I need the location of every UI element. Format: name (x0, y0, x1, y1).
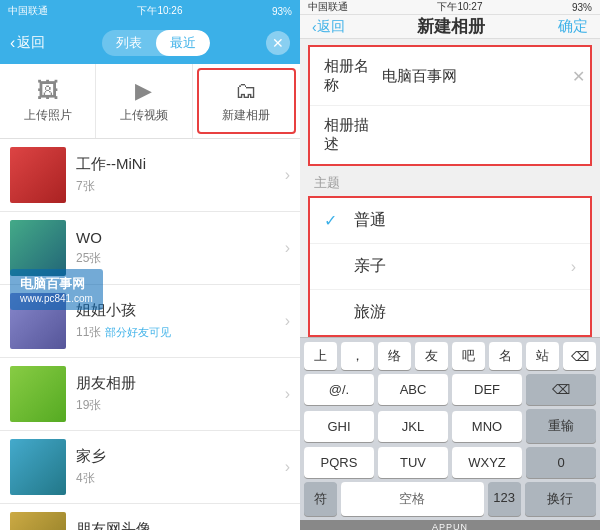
kb-suggest-3[interactable]: 友 (415, 342, 448, 370)
left-time: 下午10:26 (137, 4, 182, 18)
album-item[interactable]: WO 25张 › (0, 212, 300, 285)
theme-check-icon: ✓ (324, 211, 344, 230)
kb-space-button[interactable]: 空格 (341, 482, 483, 516)
keyboard-row-2: GHI JKL MNO 重输 (304, 409, 596, 443)
keyboard-suggestion-row: 上 ， 络 友 吧 名 站 ⌫ (300, 338, 600, 370)
theme-row-parent-child[interactable]: ✓ 亲子 › (310, 244, 590, 290)
back-arrow-icon: ‹ (10, 34, 15, 52)
right-nav-bar: ‹ 返回 新建相册 确定 (300, 15, 600, 39)
form-section: 相册名称 ✕ 相册描述 (308, 45, 592, 166)
kb-key-def[interactable]: DEF (452, 374, 522, 405)
theme-row-travel[interactable]: ✓ 旅游 (310, 290, 590, 335)
album-thumbnail (10, 366, 66, 422)
right-nav-title: 新建相册 (417, 15, 485, 38)
right-back-button[interactable]: ‹ 返回 (312, 18, 345, 36)
album-arrow-icon: › (285, 458, 290, 476)
left-status-bar: 中国联通 下午10:26 93% (0, 0, 300, 22)
album-arrow-icon: › (285, 385, 290, 403)
kb-suggest-2[interactable]: 络 (378, 342, 411, 370)
left-toolbar: 🖼 上传照片 ▶ 上传视频 🗂 新建相册 (0, 64, 300, 139)
kb-suggest-5[interactable]: 名 (489, 342, 522, 370)
new-album-icon: 🗂 (235, 78, 257, 104)
album-thumbnail (10, 220, 66, 276)
kb-key-abc[interactable]: ABC (378, 374, 448, 405)
album-arrow-icon: › (285, 239, 290, 257)
kb-delete-row1[interactable]: ⌫ (526, 374, 596, 405)
kb-suggest-1[interactable]: ， (341, 342, 374, 370)
kb-key-pqrs[interactable]: PQRS (304, 447, 374, 478)
theme-section: ✓ 普通 ✓ 亲子 › ✓ 旅游 (308, 196, 592, 337)
keyboard: 上 ， 络 友 吧 名 站 ⌫ @/. ABC DEF ⌫ GHI JKL MN… (300, 337, 600, 520)
keyboard-row-1: @/. ABC DEF ⌫ (304, 374, 596, 405)
left-battery: 93% (272, 6, 292, 17)
keyboard-row-3: PQRS TUV WXYZ 0 (304, 447, 596, 478)
album-info: 朋友相册 19张 (76, 374, 285, 414)
album-name-row: 相册名称 ✕ (310, 47, 590, 106)
upload-video-icon: ▶ (135, 78, 152, 104)
left-nav-tabs: 列表 最近 (102, 30, 210, 56)
right-status-bar: 中国联通 下午10:27 93% (300, 0, 600, 15)
album-list: 电脑百事网 www.pc841.com 工作--MiNi 7张 › WO 25张… (0, 139, 300, 530)
album-item[interactable]: 朋友相册 19张 › (0, 358, 300, 431)
kb-suggest-0[interactable]: 上 (304, 342, 337, 370)
right-time: 下午10:27 (437, 0, 482, 14)
upload-photo-button[interactable]: 🖼 上传照片 (0, 64, 96, 138)
theme-section-label: 主题 (300, 166, 600, 196)
theme-arrow-icon: › (571, 258, 576, 276)
kb-suggest-6[interactable]: 站 (526, 342, 559, 370)
keyboard-bottom-row: 符 空格 123 换行 (300, 482, 600, 520)
kb-return-button[interactable]: 换行 (525, 482, 596, 516)
left-back-button[interactable]: ‹ 返回 (10, 34, 45, 52)
album-item[interactable]: 朋友网头像 0张 › (0, 504, 300, 530)
kb-symbol-button[interactable]: 符 (304, 482, 337, 516)
left-close-button[interactable]: ✕ (266, 31, 290, 55)
album-thumbnail (10, 512, 66, 530)
upload-photo-icon: 🖼 (37, 78, 59, 104)
kb-key-jkl[interactable]: JKL (378, 411, 448, 442)
left-panel: 中国联通 下午10:26 93% ‹ 返回 列表 最近 ✕ 🖼 上传照片 ▶ 上… (0, 0, 300, 530)
right-battery: 93% (572, 2, 592, 13)
kb-suggest-4[interactable]: 吧 (452, 342, 485, 370)
theme-uncheck-icon2: ✓ (324, 303, 344, 322)
right-panel: 中国联通 下午10:27 93% ‹ 返回 新建相册 确定 相册名称 ✕ 相册描… (300, 0, 600, 530)
kb-key-at[interactable]: @/. (304, 374, 374, 405)
album-name-input[interactable] (382, 68, 572, 85)
album-item[interactable]: 工作--MiNi 7张 › (0, 139, 300, 212)
kb-delete-button[interactable]: ⌫ (563, 342, 596, 370)
album-item[interactable]: 家乡 4张 › (0, 431, 300, 504)
album-info: 工作--MiNi 7张 (76, 155, 285, 195)
album-info: 朋友网头像 0张 (76, 520, 285, 530)
album-thumbnail (10, 293, 66, 349)
album-arrow-icon: › (285, 312, 290, 330)
left-carrier: 中国联通 (8, 4, 48, 18)
theme-row-normal[interactable]: ✓ 普通 (310, 198, 590, 244)
kb-key-ghi[interactable]: GHI (304, 411, 374, 442)
left-nav-bar: ‹ 返回 列表 最近 ✕ (0, 22, 300, 64)
theme-uncheck-icon: ✓ (324, 257, 344, 276)
new-album-button[interactable]: 🗂 新建相册 (197, 68, 296, 134)
kb-key-mno[interactable]: MNO (452, 411, 522, 442)
album-desc-input[interactable] (382, 127, 576, 144)
appun-badge: APPUN (300, 520, 600, 530)
album-item[interactable]: 姐姐小孩 11张 部分好友可见 › (0, 285, 300, 358)
kb-reset-button[interactable]: 重输 (526, 409, 596, 443)
album-arrow-icon: › (285, 166, 290, 184)
right-confirm-button[interactable]: 确定 (558, 17, 588, 36)
kb-key-wxyz[interactable]: WXYZ (452, 447, 522, 478)
upload-video-button[interactable]: ▶ 上传视频 (96, 64, 192, 138)
album-desc-row: 相册描述 (310, 106, 590, 164)
keyboard-main-rows: @/. ABC DEF ⌫ GHI JKL MNO 重输 PQRS TUV WX… (300, 370, 600, 482)
kb-key-tuv[interactable]: TUV (378, 447, 448, 478)
tab-recent[interactable]: 最近 (156, 30, 210, 56)
tab-list[interactable]: 列表 (102, 30, 156, 56)
right-carrier: 中国联通 (308, 0, 348, 14)
album-info: WO 25张 (76, 229, 285, 267)
kb-zero-key[interactable]: 0 (526, 447, 596, 478)
album-thumbnail (10, 147, 66, 203)
kb-123-button[interactable]: 123 (488, 482, 521, 516)
album-info: 姐姐小孩 11张 部分好友可见 (76, 301, 285, 341)
album-info: 家乡 4张 (76, 447, 285, 487)
name-clear-icon[interactable]: ✕ (572, 67, 585, 86)
album-thumbnail (10, 439, 66, 495)
